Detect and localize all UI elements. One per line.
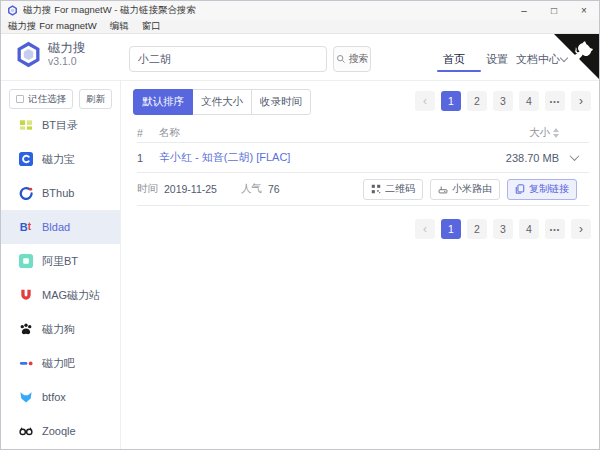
app-header: 磁力搜 v3.1.0 搜索 首页 设置 文档中心 — [1, 34, 599, 81]
sidebar-item-label: 磁力宝 — [42, 152, 75, 167]
sidebar-item-cilibao[interactable]: 磁力宝 — [1, 142, 120, 176]
sidebar-item-label: 磁力吧 — [42, 356, 75, 371]
search-button-label: 搜索 — [349, 52, 369, 66]
page-button-2[interactable]: 2 — [467, 219, 487, 239]
popularity-label: 人气 — [241, 182, 262, 196]
page-button-4[interactable]: 4 — [519, 219, 539, 239]
source-list: BT目录 磁力宝 BThub Bt Bldad 阿里BT MAG磁力站 — [1, 108, 120, 448]
app-window: 磁力搜 For magnetW - 磁力链接聚合搜索 – □ × 磁力搜 For… — [0, 0, 600, 450]
alibt-icon — [18, 254, 33, 269]
window-title: 磁力搜 For magnetW - 磁力链接聚合搜索 — [23, 4, 509, 17]
sidebar-item-label: BT目录 — [42, 118, 78, 133]
copy-link-button[interactable]: 复制链接 — [507, 179, 577, 200]
search-button[interactable]: 搜索 — [333, 46, 371, 72]
menu-window[interactable]: 窗口 — [142, 20, 161, 33]
tab-home[interactable]: 首页 — [443, 52, 465, 67]
row-expand-chevron-icon[interactable] — [569, 151, 579, 161]
bt-directory-icon — [18, 118, 33, 133]
maximize-button[interactable]: □ — [539, 1, 569, 20]
sidebar-item-bt-directory[interactable]: BT目录 — [1, 108, 120, 142]
sidebar-item-alibt[interactable]: 阿里BT — [1, 244, 120, 278]
next-page-button[interactable]: › — [571, 91, 591, 111]
page-button-2[interactable]: 2 — [467, 91, 487, 111]
search-icon — [336, 54, 346, 64]
remember-selection-button[interactable]: 记住选择 — [9, 89, 73, 109]
popularity-value: 76 — [268, 183, 280, 195]
sidebar-item-mag[interactable]: MAG磁力站 — [1, 278, 120, 312]
page-button-3[interactable]: 3 — [493, 91, 513, 111]
source-sidebar: 记住选择 刷新 BT目录 磁力宝 BThub Bt Bldad — [1, 81, 121, 449]
sidebar-item-ciligou[interactable]: 磁力狗 — [1, 312, 120, 346]
bthub-icon — [18, 186, 33, 201]
column-index: # — [137, 127, 159, 139]
sidebar-item-bldad[interactable]: Bt Bldad — [1, 210, 120, 244]
app-window-icon — [7, 5, 18, 16]
router-icon — [438, 184, 448, 194]
page-button-1[interactable]: 1 — [441, 219, 461, 239]
table-row: 1 辛小红 - 知音(二胡) [FLAC] 238.70 MB — [137, 143, 589, 173]
mi-router-button[interactable]: 小米路由 — [430, 179, 500, 200]
qrcode-button[interactable]: 二维码 — [363, 179, 423, 200]
time-label: 时间 — [137, 182, 158, 196]
sidebar-item-label: 磁力狗 — [42, 322, 75, 337]
page-ellipsis-button[interactable]: ••• — [545, 91, 565, 111]
results-table: # 名称 大小 1 辛小红 - 知音(二胡) [FLAC] 238.70 MB … — [137, 123, 589, 206]
github-corner-link[interactable] — [554, 34, 599, 79]
close-button[interactable]: × — [569, 1, 599, 20]
sidebar-item-zooqle[interactable]: Zooqle — [1, 414, 120, 448]
row-detail: 时间 2019-11-25 人气 76 二维码 小米路由 复制链接 — [137, 173, 589, 206]
page-button-1[interactable]: 1 — [441, 91, 461, 111]
result-link[interactable]: 辛小红 - 知音(二胡) [FLAC] — [159, 151, 290, 163]
magnet-icon — [18, 288, 33, 303]
sort-tab-default[interactable]: 默认排序 — [133, 89, 193, 115]
sort-caret-icon — [553, 128, 559, 138]
page-ellipsis-button[interactable]: ••• — [545, 219, 565, 239]
remember-selection-label: 记住选择 — [28, 93, 66, 106]
prev-page-button[interactable]: ‹ — [415, 219, 435, 239]
results-panel: 默认排序 文件大小 收录时间 ‹ 1 2 3 4 ••• › # 名称 大小 — [122, 81, 599, 449]
pagination-bottom: ‹ 1 2 3 4 ••• › — [415, 219, 591, 239]
app-version: v3.1.0 — [48, 55, 77, 67]
sidebar-item-label: MAG磁力站 — [42, 288, 100, 303]
window-controls: – □ × — [509, 1, 599, 20]
ciliba-icon — [18, 356, 33, 371]
goggles-icon — [18, 424, 33, 439]
fox-icon — [18, 390, 33, 405]
next-page-button[interactable]: › — [571, 219, 591, 239]
copy-icon — [515, 184, 525, 194]
column-size[interactable]: 大小 — [474, 126, 559, 140]
sidebar-item-ciliba[interactable]: 磁力吧 — [1, 346, 120, 380]
sort-tabs: 默认排序 文件大小 收录时间 — [133, 89, 311, 115]
prev-page-button[interactable]: ‹ — [415, 91, 435, 111]
checkbox-icon — [16, 95, 24, 103]
sort-tab-date[interactable]: 收录时间 — [251, 89, 311, 115]
active-tab-underline — [437, 70, 481, 72]
menu-app[interactable]: 磁力搜 For magnetW — [8, 20, 97, 33]
refresh-button[interactable]: 刷新 — [79, 89, 112, 109]
qrcode-icon — [371, 184, 381, 194]
table-header: # 名称 大小 — [137, 123, 589, 143]
menubar: 磁力搜 For magnetW 编辑 窗口 — [1, 20, 599, 34]
app-logo-icon — [15, 41, 42, 68]
sidebar-item-label: btfox — [42, 391, 66, 403]
sidebar-item-bthub[interactable]: BThub — [1, 176, 120, 210]
sidebar-actions: 记住选择 刷新 — [9, 89, 112, 109]
refresh-label: 刷新 — [86, 93, 105, 106]
sidebar-item-label: Bldad — [42, 221, 70, 233]
page-button-4[interactable]: 4 — [519, 91, 539, 111]
sidebar-item-btfox[interactable]: btfox — [1, 380, 120, 414]
pagination-top: ‹ 1 2 3 4 ••• › — [415, 91, 591, 111]
column-name: 名称 — [159, 126, 474, 140]
row-size: 238.70 MB — [474, 152, 559, 164]
dog-paw-icon — [18, 322, 33, 337]
row-index: 1 — [137, 152, 159, 164]
minimize-button[interactable]: – — [509, 1, 539, 20]
sort-tab-filesize[interactable]: 文件大小 — [192, 89, 252, 115]
sidebar-item-label: Zooqle — [42, 425, 76, 437]
page-button-3[interactable]: 3 — [493, 219, 513, 239]
search-input[interactable] — [129, 46, 327, 72]
time-value: 2019-11-25 — [164, 183, 217, 195]
tab-settings[interactable]: 设置 — [486, 52, 508, 67]
sidebar-item-label: BThub — [42, 187, 74, 199]
menu-edit[interactable]: 编辑 — [110, 20, 129, 33]
